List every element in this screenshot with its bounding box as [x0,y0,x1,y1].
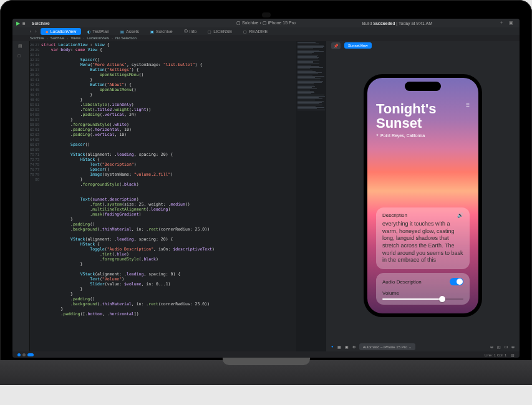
laptop-frame: ▶ ■ Solchive ▢ Solchive › ▢ iPhone 15 Pr… [0,0,532,405]
plan-icon: ◐ [87,29,90,34]
canvas-bottom-bar: ● ▦ ▣ ⚙ Automatic – iPhone 15 Pro ⌄ ⊖ ◰ … [326,341,520,351]
jump-segment[interactable]: LocationView [87,36,109,40]
preview-selector[interactable]: SunsetView [344,42,372,49]
tab-bar: ‹ › ◆LocationView◐TestPlan▤Assets▣Solchi… [12,27,520,35]
run-button[interactable]: ▶ [16,21,20,26]
source-editor[interactable]: 26 27 28 29 30 31 32 33 34 35 36 37 38 3… [30,41,326,351]
device-frame-wrap: Tonight's Sunset ≡ ⌖ Point Reyes, Califo… [326,50,520,341]
iphone-frame: Tonight's Sunset ≡ ⌖ Point Reyes, Califo… [364,74,482,317]
jump-segment[interactable]: Solchive [51,36,65,40]
dynamic-island [405,82,441,91]
zoom-actual-icon[interactable]: ⊡ [505,345,508,349]
app-root: Tonight's Sunset ≡ ⌖ Point Reyes, Califo… [367,78,478,313]
status-bar: Line: 1 Col: 1 ▥ [12,351,520,358]
nav-icon[interactable]: □ [18,54,24,60]
speaker-icon[interactable]: 🔊 [457,212,463,218]
zoom-in-icon[interactable]: ⊕ [511,345,515,349]
camera-notch [262,12,271,17]
tab-locationview[interactable]: ◆LocationView [41,28,82,35]
iphone-screen[interactable]: Tonight's Sunset ≡ ⌖ Point Reyes, Califo… [367,78,478,313]
doc-icon: ▢ [208,29,211,34]
device-icon: ▢ [263,21,267,25]
library-button[interactable]: ▣ [509,21,513,26]
nav-icon[interactable]: ▤ [18,44,24,50]
audio-description-toggle[interactable] [450,278,463,285]
pin-preview-button[interactable]: 📌 [331,42,341,49]
toggle-label: Audio Description [382,279,422,285]
jump-segment[interactable]: Solchive [30,36,44,40]
display-bezel: ▶ ■ Solchive ▢ Solchive › ▢ iPhone 15 Pr… [0,0,532,361]
description-heading: Description [382,212,407,218]
doc-icon: ▢ [243,29,247,34]
scheme-selector[interactable]: Solchive [32,21,50,26]
controls-card: Audio Description Volume [376,273,470,305]
swift-icon: ◆ [46,29,49,34]
info-icon: ⓘ [184,29,188,34]
folder-icon: ▣ [150,29,154,34]
tab-testplan[interactable]: ◐TestPlan [82,28,114,35]
jump-bar[interactable]: Solchive›Solchive›Views›LocationView›No … [12,35,520,41]
cursor-position: Line: 1 Col: 1 [485,353,506,357]
device-settings-button[interactable]: ⚙ [352,345,355,349]
stop-button[interactable]: ■ [22,21,26,26]
device-selector[interactable]: Automatic – iPhone 15 Pro ⌄ [359,343,415,350]
jump-segment[interactable]: Views [70,36,80,40]
asset-icon: ▤ [120,29,124,34]
tab-solchive[interactable]: ▣Solchive [145,28,177,35]
jump-segment[interactable]: No Selection [115,36,137,40]
location-label: ⌖ Point Reyes, California [376,133,470,138]
slider-knob[interactable] [439,296,445,302]
nav-fwd-icon[interactable]: › [35,29,36,34]
live-button[interactable]: ● [331,345,334,348]
folder-icon: ▢ [236,21,241,25]
line-gutter: 26 27 28 29 30 31 32 33 34 35 36 37 38 3… [30,41,41,351]
status-indicator[interactable] [22,353,26,356]
description-card: Description 🔊 everything it touches with… [376,207,470,269]
canvas-toolbar: 📌 SunsetView [326,41,520,50]
location-pin-icon: ⌖ [376,133,379,138]
editor-layout-icon[interactable]: ▥ [511,353,515,357]
list-bullet-icon[interactable]: ≡ [466,102,470,108]
xcode-window: ▶ ■ Solchive ▢ Solchive › ▢ iPhone 15 Pr… [12,19,520,358]
volume-label: Volume [382,290,463,296]
chevron-down-icon: ⌄ [409,345,412,349]
tab-readme[interactable]: ▢README [238,28,273,35]
add-button[interactable]: + [500,21,503,26]
nav-back-icon[interactable]: ‹ [30,29,31,34]
description-body: everything it touches with a warm, honey… [382,221,463,264]
navigator-rail: ▤ □ [12,41,30,351]
minimap[interactable] [296,41,326,351]
zoom-out-icon[interactable]: ⊖ [490,345,493,349]
tab-info[interactable]: ⓘInfo [179,27,202,36]
laptop-base [0,360,532,385]
preview-canvas: 📌 SunsetView Tonight's [326,41,520,351]
main-split: ▤ □ 26 27 28 29 30 31 32 33 34 35 36 37 … [12,41,520,351]
page-title: Tonight's Sunset [376,102,436,130]
zoom-fit-icon[interactable]: ◰ [497,345,501,349]
status-indicator[interactable] [17,353,21,356]
code-area[interactable]: struct LocationView : View { var body: s… [41,41,296,351]
status-indicator[interactable] [27,353,34,356]
selectable-button[interactable]: ▦ [337,345,341,349]
variants-button[interactable]: ▣ [345,345,349,349]
tab-assets[interactable]: ▤Assets [115,28,144,35]
volume-slider[interactable] [382,298,463,300]
run-destination[interactable]: ▢ Solchive › ▢ iPhone 15 Pro [236,21,296,26]
xcode-toolbar: ▶ ■ Solchive ▢ Solchive › ▢ iPhone 15 Pr… [12,19,520,27]
hinge-notch [223,358,310,365]
activity-status: Build Succeeded | Today at 9:41 AM [362,21,432,26]
tab-license[interactable]: ▢LICENSE [203,28,237,35]
